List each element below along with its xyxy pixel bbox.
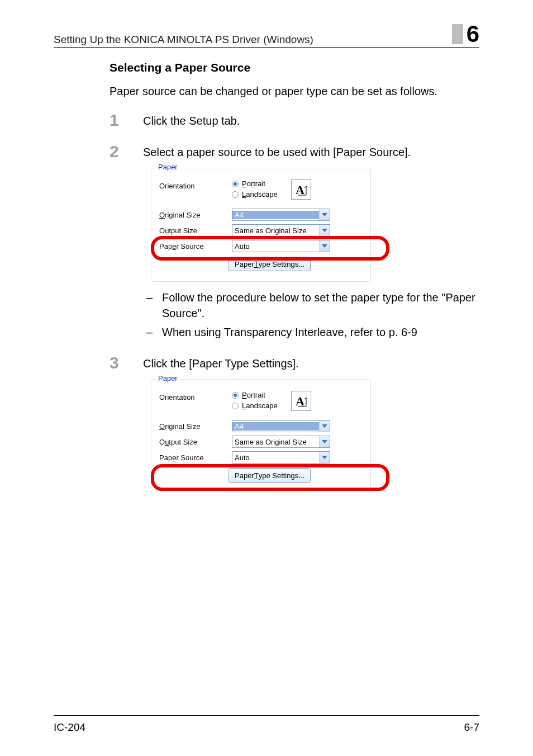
substep-2: When using Transparency Interleave, refe… — [143, 324, 479, 340]
footer-left: IC-204 — [54, 721, 85, 734]
output-size-label: Output Size — [159, 438, 232, 446]
paper-source-value: Auto — [232, 453, 319, 462]
paper-source-value: Auto — [232, 242, 319, 251]
output-size-value: Same as Original Size — [232, 226, 319, 235]
paper-fieldset: PaperOrientationPortraitLandscapeAOrigin… — [151, 168, 371, 282]
radio-icon — [232, 392, 239, 399]
landscape-label: Landscape — [242, 190, 278, 199]
fieldset-legend: Paper — [156, 163, 180, 171]
substep-1: Follow the procedure below to set the pa… — [143, 290, 479, 321]
original-size-label: Original Size — [159, 211, 232, 219]
output-size-label: Output Size — [159, 226, 232, 235]
portrait-radio[interactable]: Portrait — [232, 391, 278, 399]
radio-icon — [232, 181, 239, 187]
chevron-down-icon — [319, 452, 330, 463]
chevron-down-icon — [319, 209, 330, 220]
step-2-number: 2 — [110, 142, 119, 161]
paper-source-combobox[interactable]: Auto — [232, 240, 330, 252]
orientation-thumbnail: A — [291, 179, 311, 200]
step-1: 1 Click the Setup tab. — [110, 113, 479, 129]
original-size-value: A4 — [232, 422, 319, 431]
output-size-combobox[interactable]: Same as Original Size — [232, 436, 330, 448]
chevron-down-icon — [319, 240, 330, 252]
landscape-radio[interactable]: Landscape — [232, 190, 278, 199]
original-size-combobox[interactable]: A4 — [232, 420, 330, 432]
chapter-number: 6 — [467, 22, 479, 46]
landscape-label: Landscape — [242, 401, 278, 410]
intro-paragraph: Paper source can be changed or paper typ… — [110, 83, 479, 100]
portrait-label: Portrait — [242, 179, 265, 188]
paper-source-label: Paper Source — [159, 242, 232, 251]
fieldset-legend: Paper — [156, 374, 180, 382]
orientation-label: Orientation — [159, 391, 232, 401]
portrait-radio[interactable]: Portrait — [232, 179, 278, 188]
running-head-text: Setting Up the KONICA MINOLTA PS Driver … — [54, 34, 313, 46]
radio-icon — [232, 403, 239, 409]
chevron-down-icon — [319, 436, 330, 447]
original-size-combobox[interactable]: A4 — [232, 209, 330, 221]
chapter-tab: 6 — [452, 22, 479, 46]
paper-type-settings-button[interactable]: Paper Type Settings... — [229, 257, 311, 271]
step-3-number: 3 — [110, 353, 119, 372]
step-2-text: Select a paper source to be used with [P… — [143, 144, 479, 160]
paper-type-settings-button[interactable]: Paper Type Settings... — [229, 468, 311, 483]
paper-source-label: Paper Source — [159, 453, 232, 462]
original-size-value: A4 — [232, 211, 319, 219]
step-3: 3 Click the [Paper Type Settings]. Paper… — [110, 356, 479, 493]
step-3-text: Click the [Paper Type Settings]. — [143, 356, 479, 371]
radio-icon — [232, 191, 239, 198]
original-size-label: Original Size — [159, 422, 232, 431]
chevron-down-icon — [319, 420, 330, 432]
section-heading: Selecting a Paper Source — [110, 61, 479, 74]
svg-text:A: A — [296, 183, 304, 196]
paper-fieldset: PaperOrientationPortraitLandscapeAOrigin… — [151, 379, 371, 493]
chevron-down-icon — [319, 225, 330, 236]
output-size-value: Same as Original Size — [232, 438, 319, 446]
landscape-radio[interactable]: Landscape — [232, 401, 278, 410]
step-2: 2 Select a paper source to be used with … — [110, 144, 479, 340]
chapter-stripe — [452, 24, 463, 44]
orientation-thumbnail: A — [291, 391, 311, 411]
portrait-label: Portrait — [242, 391, 265, 399]
step-1-text: Click the Setup tab. — [143, 113, 479, 129]
output-size-combobox[interactable]: Same as Original Size — [232, 224, 330, 237]
orientation-label: Orientation — [159, 179, 232, 190]
footer-right: 6-7 — [464, 721, 479, 734]
paper-source-combobox[interactable]: Auto — [232, 451, 330, 464]
step-1-number: 1 — [110, 111, 119, 130]
svg-text:A: A — [296, 394, 304, 408]
